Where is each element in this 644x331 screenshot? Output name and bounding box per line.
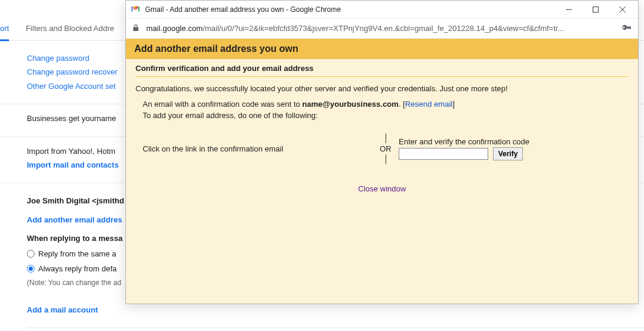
svg-rect-1 (593, 7, 598, 12)
maximize-button[interactable] (582, 1, 609, 18)
reply-same-label: Reply from the same a (38, 247, 116, 261)
add-mail-account-link[interactable]: Add a mail account (27, 303, 644, 317)
url-text[interactable]: mail.google.com/mail/u/0/?ui=2&ik=ebfcfd… (146, 24, 615, 33)
confirmation-code-input[interactable] (399, 148, 488, 160)
business-text: Businesses get yourname (27, 114, 116, 123)
verify-options-row: Click on the link in the confirmation em… (135, 137, 628, 160)
or-separator: OR (372, 144, 399, 153)
window-titlebar: Gmail - Add another email address you ow… (126, 1, 638, 18)
enter-code-label: Enter and verify the confirmation code (399, 137, 628, 146)
tab-filters[interactable]: Filters and Blocked Addre (26, 24, 114, 33)
lock-icon (132, 24, 140, 33)
address-bar: mail.google.com/mail/u/0/?ui=2&ik=ebfcfd… (126, 18, 638, 39)
email-sent-text: An email with a confirmation code was se… (135, 98, 628, 110)
minimize-button[interactable] (555, 1, 582, 18)
close-button[interactable] (609, 1, 636, 18)
resend-email-link[interactable]: Resend email (405, 100, 453, 109)
congrats-text: Congratulations, we successfully located… (135, 83, 628, 95)
key-icon[interactable] (621, 22, 632, 35)
to-add-text: To add your email address, do one of the… (135, 110, 628, 122)
reply-default-radio[interactable] (27, 265, 35, 273)
tab-ort[interactable]: ort (0, 24, 9, 41)
popup-window: Gmail - Add another email address you ow… (125, 0, 639, 304)
verify-button[interactable]: Verify (493, 147, 523, 160)
reply-default-label: Always reply from defa (38, 262, 117, 276)
click-link-option: Click on the link in the confirmation em… (135, 144, 372, 153)
close-window-link[interactable]: Close window (135, 184, 628, 193)
reply-same-radio[interactable] (27, 250, 35, 258)
dialog-subheading: Confirm verification and add your email … (135, 64, 628, 76)
window-title: Gmail - Add another email address you ow… (145, 5, 555, 14)
divider (135, 76, 628, 77)
dialog-content: Add another email address you own Confir… (126, 39, 638, 304)
gmail-icon (131, 5, 140, 14)
dialog-header: Add another email address you own (126, 39, 638, 59)
sent-to-email: name@yourbusiness.com (302, 100, 399, 109)
